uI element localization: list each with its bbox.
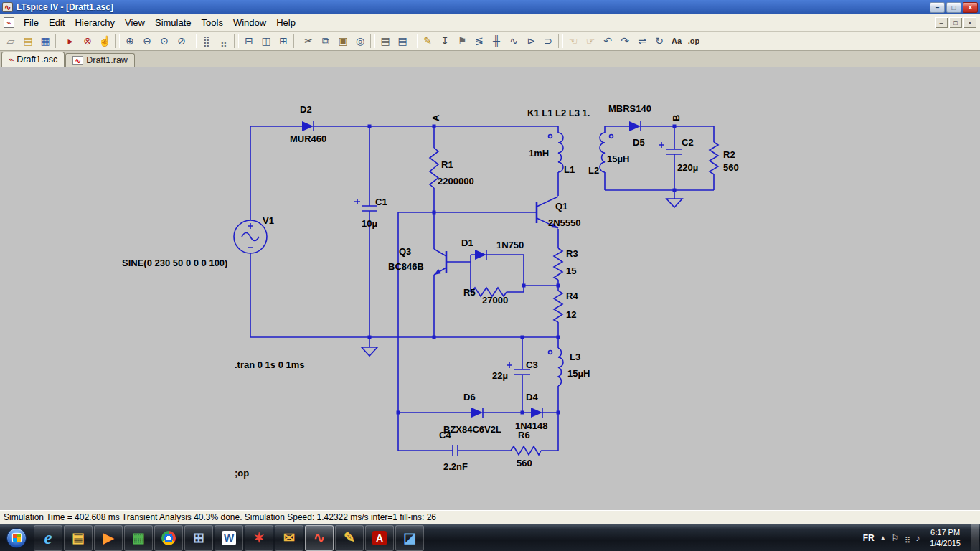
run-icon[interactable]: ▸ [62,33,79,49]
maximize-button[interactable]: □ [946,2,961,13]
tile-vertical-icon[interactable]: ◫ [258,33,275,49]
resistor-R4[interactable] [554,291,562,322]
spice-directive-coupling[interactable]: K1 L1 L2 L3 1. [527,108,590,118]
resistor-R2[interactable] [710,142,718,174]
wires[interactable] [250,126,714,451]
minimize-button[interactable]: – [930,2,945,13]
label-D6-name[interactable]: D6 [463,392,476,402]
tab-draft1-asc[interactable]: ⌁ Draft1.asc [1,52,65,67]
menu-simulate[interactable]: Simulate [150,15,197,30]
toolbar-separator[interactable] [234,34,239,48]
label-R1-name[interactable]: R1 [441,159,453,170]
text-icon[interactable]: Aa [668,33,685,49]
clock[interactable]: 6:17 PM 1/4/2015 [930,527,961,548]
cut-icon[interactable]: ✂ [300,33,317,49]
save-icon[interactable]: ▦ [37,33,54,49]
capacitor-C4[interactable] [453,445,458,456]
capacitor-C2[interactable] [659,142,682,154]
label-C2-name[interactable]: C2 [682,137,694,148]
menu-edit[interactable]: Edit [44,15,70,30]
tray-expand-icon[interactable]: ▲ [880,534,886,541]
new-schematic-icon[interactable]: ▱ [2,33,19,49]
schematic-canvas[interactable]: D2 MUR460 V1 SINE(0 230 50 0 0 0 100) C1… [0,67,980,510]
menu-window[interactable]: Window [228,15,271,30]
toolbar-separator[interactable] [55,34,60,48]
label-L3-value[interactable]: 15µH [567,368,590,379]
menu-hierarchy[interactable]: Hierarchy [70,15,120,30]
chrome-icon[interactable] [154,525,183,551]
inductor-L3[interactable] [549,348,564,386]
label-L1-name[interactable]: L1 [564,164,575,175]
menu-file[interactable]: File [19,15,44,30]
ground-symbol[interactable] [362,347,377,356]
label-C4-name[interactable]: C4 [439,430,451,441]
image-viewer-icon[interactable]: ◪ [395,525,424,551]
toolbar-separator[interactable] [370,34,375,48]
label-R3-value[interactable]: 15 [566,265,576,276]
ltspice-icon[interactable]: ∿ [305,525,334,551]
mail-icon[interactable]: ✉ [275,525,303,551]
label-C3-name[interactable]: C3 [526,359,538,370]
label-R6-name[interactable]: R6 [518,430,530,441]
label-Q1-name[interactable]: Q1 [555,201,567,212]
print-icon[interactable]: ▤ [394,33,411,49]
resistor-icon[interactable]: ≶ [471,33,488,49]
menu-help[interactable]: Help [271,15,301,30]
label-C2-value[interactable]: 220µ [677,162,698,173]
media-player-icon[interactable]: ▶ [94,525,123,551]
inductor-L2[interactable] [600,133,613,172]
label-L2-value[interactable]: 15µH [607,154,629,164]
label-D4-name[interactable]: D4 [526,392,538,402]
zoom-out-icon[interactable]: ⊖ [138,33,156,49]
resistor-R6[interactable] [511,446,541,455]
label-L3-name[interactable]: L3 [570,352,580,362]
resistor-R3[interactable] [554,248,562,280]
label-D6-value[interactable]: BZX84C6V2L [443,424,501,435]
diode-icon[interactable]: ⊳ [522,33,540,49]
inductor-L1[interactable] [549,133,564,172]
label-R3-name[interactable]: R3 [566,248,578,259]
network-icon[interactable]: ⣶ [904,533,910,543]
spice-directive-icon[interactable]: .op [685,33,702,49]
tile-horizontal-icon[interactable]: ⊟ [240,33,258,49]
capacitor-icon[interactable]: ╫ [488,33,505,49]
toolbar-separator[interactable] [115,34,120,48]
label-R1-value[interactable]: 2200000 [438,176,474,187]
spice-directive-op[interactable]: ;op [235,468,249,479]
diode-D6[interactable] [471,408,483,418]
language-indicator[interactable]: FR [863,533,875,543]
diode-D2[interactable] [302,121,314,131]
toolbar-separator[interactable] [413,34,418,48]
action-center-icon[interactable]: ⚐ [892,533,900,543]
ground-symbol[interactable] [666,199,682,207]
print-preview-icon[interactable]: ▤ [377,33,394,49]
cascade-icon[interactable]: ⊞ [275,33,292,49]
diode-D4[interactable] [531,408,542,418]
zoom-fit-icon[interactable]: ⊘ [173,33,190,49]
spice-directive-tran[interactable]: .tran 0 1s 0 1ms [235,359,305,370]
label-D1-value[interactable]: 1N750 [496,240,524,250]
tab-draft1-raw[interactable]: ∿ Draft1.raw [65,53,135,67]
green-app-icon[interactable]: ▦ [124,525,153,551]
label-R5-value[interactable]: 27000 [482,295,508,306]
label-C1-value[interactable]: 10µ [362,218,377,229]
net-label-A[interactable]: A [430,114,441,121]
diode-D1[interactable] [475,250,486,260]
paste-icon[interactable]: ▣ [334,33,352,49]
label-L2-name[interactable]: L2 [588,165,599,176]
label-R4-name[interactable]: R4 [566,291,578,301]
calculator-icon[interactable]: ⊞ [184,525,213,551]
ie-icon[interactable]: e [34,525,62,551]
label-Q1-value[interactable]: 2N5550 [548,217,581,228]
label-D2-value[interactable]: MUR460 [290,133,326,144]
start-button[interactable] [0,524,33,551]
label-C3-value[interactable]: 22µ [492,370,508,381]
move-icon[interactable]: ☜ [565,33,582,49]
drag-icon[interactable]: ☞ [582,33,599,49]
adobe-reader-icon[interactable]: A [365,525,394,551]
label-D5-value[interactable]: MBRS140 [608,103,651,114]
close-button[interactable]: × [963,2,978,13]
rotate-icon[interactable]: ↻ [651,33,668,49]
label-D2-name[interactable]: D2 [300,104,312,115]
toolbar-separator[interactable] [293,34,298,48]
